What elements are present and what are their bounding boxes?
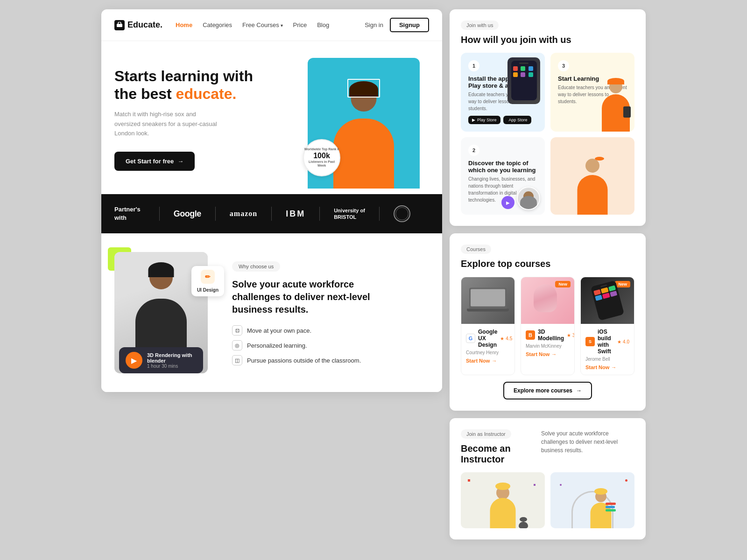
why-list: ⊡ Move at your own pace. ◎ Personalized … — [232, 325, 429, 365]
why-image-col: ✏ UI Design ▶ 3D Rendering with blender … — [114, 252, 217, 373]
person-avatar — [517, 187, 540, 210]
step-1-num: 1 — [468, 60, 479, 71]
brand-logo[interactable]: Educate. — [114, 20, 162, 30]
courses-tag: Courses — [461, 245, 491, 254]
why-list-item: ◎ Personalized learning. — [232, 340, 429, 350]
instructor-desc: Solve your acute workforce challenges to… — [541, 429, 634, 455]
divider — [379, 207, 380, 221]
instructor-tag: Join as Instructor — [461, 429, 511, 439]
nav-home[interactable]: Home — [176, 21, 192, 28]
course-author-1: Courtney Henry — [466, 350, 510, 355]
course-card-1[interactable]: G Google UX Design ★ 4.5 Courtney Henry … — [461, 277, 515, 375]
instructor-illustration — [569, 159, 616, 215]
why-tag: Why choose us — [232, 261, 280, 272]
list-icon-2: ◎ — [232, 340, 242, 350]
join-title: How will you join with us — [461, 35, 634, 45]
hero-cta-button[interactable]: Get Start for free → — [114, 152, 195, 171]
step-2-num: 2 — [468, 145, 479, 156]
lady-illustration — [597, 78, 634, 132]
hero-subtitle: Match it with high-rise sox and oversize… — [114, 110, 217, 139]
nav-links: Home Categories Free Courses Price Blog — [176, 21, 365, 28]
nav-actions: Sign in Signup — [365, 18, 429, 32]
left-panel: Educate. Home Categories Free Courses Pr… — [101, 9, 442, 392]
partner-amazon: amazon — [230, 210, 257, 218]
course-author-3: Jerome Bell — [585, 357, 629, 362]
list-icon-1: ⊡ — [232, 325, 242, 336]
partner-ibm: IBM — [286, 209, 305, 219]
course-start-1[interactable]: Start Now → — [466, 358, 510, 364]
steps-grid: 1 Install the app from Play store & app … — [461, 53, 634, 215]
ui-design-badge: ✏ UI Design — [191, 266, 224, 296]
new-badge-3: New — [615, 281, 630, 287]
why-title: Solve your acute workforcechallenges to … — [232, 278, 429, 316]
instructor-illus-left — [461, 472, 545, 528]
course-thumb-1 — [461, 277, 514, 324]
spiral-icon — [534, 284, 562, 317]
divider — [319, 207, 320, 221]
course-card-2[interactable]: New B 3D Modelling ★ 3.0 Marvin McKinney — [521, 277, 575, 375]
nav-categories[interactable]: Categories — [203, 21, 232, 28]
course-info-2: B 3D Modelling ★ 3.0 Marvin McKinney Sta… — [521, 324, 574, 362]
arrow-icon: → — [576, 387, 582, 394]
instructor-header-left: Join as Instructor Become an Instructor — [461, 429, 541, 465]
step-1-stores: ▶ Play Store App Store — [468, 116, 537, 124]
play-store-btn[interactable]: ▶ Play Store — [468, 116, 500, 124]
why-list-item: ◫ Pursue passions outside of the classro… — [232, 355, 429, 365]
svg-rect-0 — [117, 24, 122, 27]
partners-label: Partner'swith — [114, 205, 141, 222]
course-rating-2: ★ 3.0 — [567, 333, 575, 338]
course-info-1: G Google UX Design ★ 4.5 Courtney Henry … — [461, 324, 514, 368]
cat-illustration — [519, 517, 528, 528]
why-content: Why choose us Solve your acute workforce… — [232, 252, 429, 373]
course-thumb-2: New — [521, 277, 574, 324]
nav-free-courses[interactable]: Free Courses — [242, 21, 283, 28]
course-start-3[interactable]: Start Now → — [585, 364, 629, 370]
dot-purple2 — [560, 484, 562, 486]
explore-more-button[interactable]: Explore more courses → — [503, 382, 592, 399]
sign-in-link[interactable]: Sign in — [365, 21, 383, 28]
phone-mockup — [507, 57, 540, 104]
course-card-3[interactable]: New — [580, 277, 634, 375]
navbar: Educate. Home Categories Free Courses Pr… — [101, 9, 442, 41]
play-store-icon: ▶ — [472, 118, 475, 122]
step-lady2-card — [550, 137, 634, 215]
courses-section: Courses Explore top courses G Google — [450, 233, 646, 411]
nav-price[interactable]: Price — [293, 21, 307, 28]
badge-icon: ✏ — [201, 270, 215, 284]
course-thumb-3: New — [581, 277, 634, 324]
course-rating-3: ★ 4.0 — [617, 339, 629, 344]
partners-section: Partner'swith Google amazon IBM Universi… — [101, 194, 442, 233]
laptop-icon — [469, 288, 507, 314]
video-info: 3D Rendering with blender 1 hour 30 mins — [147, 352, 197, 369]
explore-more-wrap: Explore more courses → — [461, 382, 634, 399]
join-tag: Join with us — [461, 21, 499, 30]
right-panel: Join with us How will you join with us 1… — [450, 9, 646, 539]
instructor-header: Join as Instructor Become an Instructor … — [461, 429, 634, 465]
step-3-num: 3 — [558, 60, 569, 71]
why-section: ✏ UI Design ▶ 3D Rendering with blender … — [101, 233, 442, 392]
course-provider-3: S iOS build with Swift ★ 4.0 — [585, 329, 629, 355]
instructor-illus-right — [550, 472, 634, 528]
divider — [159, 207, 160, 221]
play-button[interactable]: ▶ — [126, 352, 142, 369]
course-start-2[interactable]: Start Now → — [526, 351, 570, 357]
dot-red — [468, 479, 470, 482]
video-badge[interactable]: ▶ 3D Rendering with blender 1 hour 30 mi… — [119, 347, 203, 373]
hero-title: Starts learning with the best educate. — [114, 67, 308, 103]
books-stack — [606, 503, 616, 511]
course-rating-1: ★ 4.5 — [500, 336, 512, 341]
dot-red2 — [625, 479, 627, 482]
instructor-title: Become an Instructor — [461, 443, 541, 465]
divider — [271, 207, 272, 221]
nav-blog[interactable]: Blog — [317, 21, 329, 28]
signup-button[interactable]: Signup — [390, 18, 429, 32]
hero-text: Starts learning with the best educate. M… — [114, 58, 308, 190]
app-store-btn[interactable]: App Store — [503, 116, 531, 124]
sitting-person — [486, 486, 519, 528]
partner-bristol: University ofBRISTOL — [334, 207, 365, 221]
step-play-button[interactable]: ▶ — [501, 196, 514, 209]
partner-google: Google — [174, 209, 201, 219]
swift-icon: S — [585, 337, 595, 346]
partner-seal — [394, 205, 410, 222]
google-icon: G — [466, 334, 475, 343]
